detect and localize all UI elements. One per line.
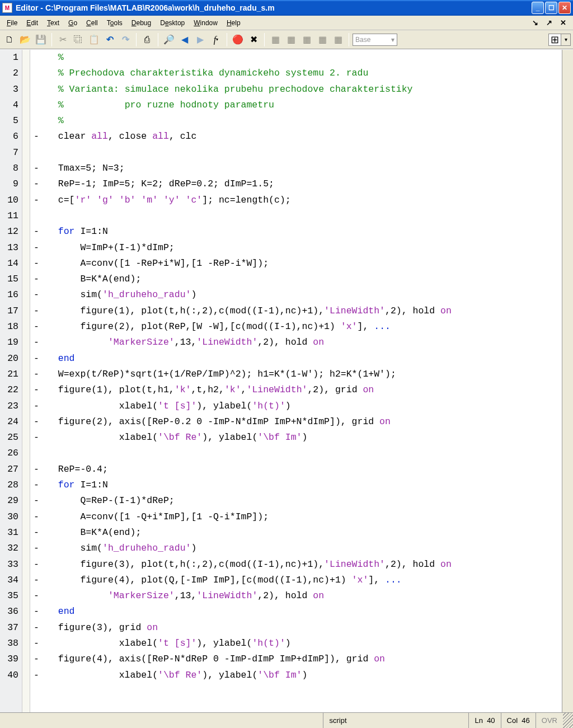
code-line[interactable]: figure(4), axis([ReP-N*dReP 0 -ImP-dImP … (47, 651, 562, 667)
code-line[interactable]: A=conv([1 -ReP+i*W],[1 -ReP-i*W]); (47, 256, 562, 271)
status-file-type: script (323, 713, 468, 728)
menu-window[interactable]: Window (189, 17, 222, 29)
code-line[interactable]: % (47, 113, 562, 129)
function-hint-button[interactable]: ▾ (209, 32, 223, 47)
code-line[interactable]: 'MarkerSize',13,'LineWidth',2), hold on (47, 588, 562, 604)
line-number: 14 (0, 256, 18, 271)
code-line[interactable]: B=K*A(end); (47, 271, 562, 287)
code-line[interactable]: % (47, 50, 562, 65)
clear-breakpoint-button[interactable]: ✖ (246, 32, 261, 47)
nav-back-button[interactable] (177, 32, 192, 47)
code-line[interactable]: W=exp(t/ReP)*sqrt(1+(1/ReP/ImP)^2); h1=K… (47, 367, 562, 382)
mdi-close-icon[interactable]: ✕ (558, 18, 569, 27)
code-line[interactable] (47, 445, 562, 461)
code-line[interactable]: sim('h_druheho_radu') (47, 287, 562, 303)
undo-button[interactable] (102, 32, 117, 47)
save-button[interactable] (34, 32, 48, 47)
code-line[interactable]: Q=ReP-(I-1)*dReP; (47, 493, 562, 509)
line-number: 29 (0, 493, 18, 509)
step-in-button[interactable] (284, 32, 298, 47)
menu-help[interactable]: Help (222, 17, 245, 29)
set-breakpoint-button[interactable]: 🔴 (231, 32, 245, 47)
resize-grip[interactable] (563, 713, 573, 728)
nav-forward-button[interactable] (193, 32, 208, 47)
code-line[interactable]: figure(3), grid on (47, 620, 562, 636)
code-line[interactable]: W=ImP+(I-1)*dImP; (47, 240, 562, 256)
find-button[interactable]: 🔎 (162, 32, 176, 47)
breakpoint-column[interactable] (22, 50, 30, 712)
code-line[interactable]: for I=1:N (47, 477, 562, 493)
line-number: 19 (0, 335, 18, 350)
code-line[interactable]: xlabel('t [s]'), ylabel('h(t)') (47, 398, 562, 414)
menu-desktop[interactable]: Desktop (156, 17, 189, 29)
menu-tools[interactable]: Tools (102, 17, 127, 29)
menu-text[interactable]: Text (43, 17, 64, 29)
cut-button[interactable] (55, 32, 70, 47)
code-line[interactable]: B=K*A(end); (47, 525, 562, 541)
code-line[interactable]: A=conv([1 -Q+i*ImP],[1 -Q-i*ImP]); (47, 509, 562, 525)
window-maximize-button[interactable]: ☐ (545, 2, 557, 14)
code-line[interactable]: ReP=-0.4; (47, 462, 562, 477)
open-file-button[interactable] (18, 32, 32, 47)
line-number: 13 (0, 240, 18, 256)
code-line[interactable]: figure(2), axis([ReP-0.2 0 -ImP-N*dImP I… (47, 414, 562, 430)
stack-selector[interactable]: Base ▾ (353, 34, 397, 46)
code-line[interactable]: % pro ruzne hodnoty parametru (47, 97, 562, 113)
mdi-restore-icon[interactable]: ↗ (544, 18, 555, 27)
code-line[interactable]: figure(3), plot(t,h(:,2),c(mod((I-1),nc)… (47, 557, 562, 572)
menu-go[interactable]: Go (64, 17, 82, 29)
redo-button[interactable] (118, 32, 133, 47)
step-button[interactable] (268, 32, 283, 47)
window-minimize-button[interactable]: _ (532, 2, 544, 14)
executable-marker (30, 208, 43, 224)
code-line[interactable]: figure(1), plot(t,h(:,2),c(mod((I-1),nc)… (47, 303, 562, 319)
code-area[interactable]: % % Prechodova charakteristika dynamicke… (43, 50, 562, 712)
paste-button[interactable] (87, 32, 101, 47)
print-button[interactable] (140, 32, 154, 47)
line-number: 15 (0, 271, 18, 287)
code-line[interactable]: figure(4), plot(Q,[-ImP ImP],[c(mod((I-1… (47, 572, 562, 588)
code-line[interactable]: end (47, 604, 562, 619)
app-icon: M (2, 3, 12, 13)
step-out-button[interactable] (299, 32, 314, 47)
code-line[interactable]: Tmax=5; N=3; (47, 161, 562, 176)
menu-cell[interactable]: Cell (82, 17, 102, 29)
line-number: 4 (0, 97, 18, 113)
executable-marker: - (30, 604, 43, 619)
executable-marker: - (30, 240, 43, 256)
code-line[interactable]: xlabel('t [s]'), ylabel('h(t)') (47, 636, 562, 651)
code-line[interactable]: c=['r' 'g' 'b' 'm' 'y' 'c']; nc=length(c… (47, 192, 562, 208)
line-number-gutter[interactable]: 1234567891011121314151617181920212223242… (0, 50, 22, 712)
status-line: Ln 40 (468, 713, 500, 728)
continue-button[interactable] (315, 32, 330, 47)
line-number: 8 (0, 161, 18, 176)
split-view-button[interactable]: ▾ (548, 34, 571, 46)
code-line[interactable]: for I=1:N (47, 224, 562, 239)
code-line[interactable]: figure(1), plot(t,h1,'k',t,h2,'k','LineW… (47, 382, 562, 398)
menu-file[interactable]: File (2, 17, 22, 29)
new-file-button[interactable] (2, 32, 17, 47)
executable-marker: - (30, 161, 43, 176)
code-line[interactable]: end (47, 351, 562, 367)
copy-button[interactable] (71, 32, 86, 47)
code-line[interactable] (47, 145, 562, 161)
mdi-minimize-icon[interactable]: ↘ (530, 18, 541, 27)
code-line[interactable]: 'MarkerSize',13,'LineWidth',2), hold on (47, 335, 562, 350)
line-number: 37 (0, 620, 18, 636)
code-line[interactable]: % Varianta: simulace nekolika prubehu pr… (47, 82, 562, 97)
code-line[interactable]: clear all, close all, clc (47, 129, 562, 144)
code-line[interactable]: figure(2), plot(ReP,[W -W],[c(mod((I-1),… (47, 319, 562, 335)
code-line[interactable]: % Prechodova charakteristika dynamickeho… (47, 65, 562, 81)
code-line[interactable] (47, 208, 562, 224)
window-close-button[interactable]: ✕ (558, 2, 571, 14)
code-line[interactable]: ReP=-1; ImP=5; K=2; dReP=0.2; dImP=1.5; (47, 176, 562, 192)
menu-edit[interactable]: Edit (22, 17, 43, 29)
vertical-scrollbar[interactable] (562, 50, 573, 712)
executable-marker: - (30, 271, 43, 287)
code-line[interactable]: sim('h_druheho_radu') (47, 541, 562, 556)
code-line[interactable]: xlabel('\bf Re'), ylabel('\bf Im') (47, 668, 562, 683)
menu-debug[interactable]: Debug (127, 17, 156, 29)
exit-debug-button[interactable] (331, 32, 345, 47)
executable-marker: - (30, 588, 43, 604)
code-line[interactable]: xlabel('\bf Re'), ylabel('\bf Im') (47, 430, 562, 445)
